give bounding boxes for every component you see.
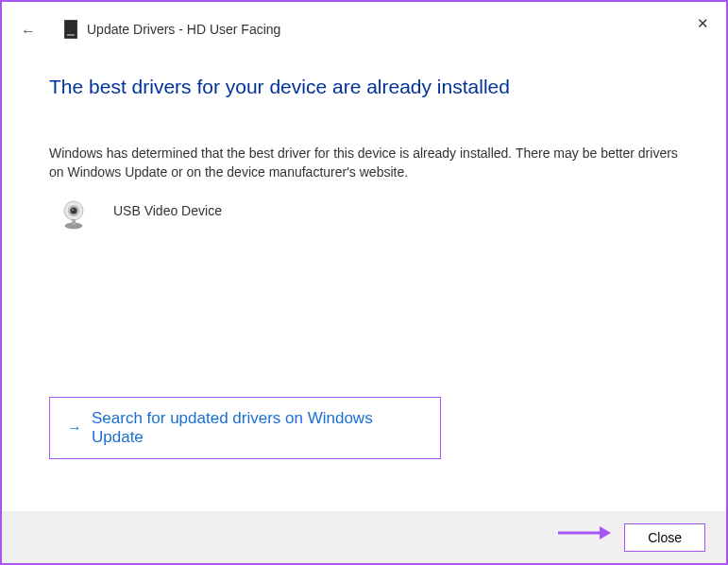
svg-point-2 <box>71 207 77 214</box>
content-area: The best drivers for your device are alr… <box>2 49 726 230</box>
annotation-arrow-icon <box>556 523 613 546</box>
webcam-icon <box>60 199 87 230</box>
arrow-right-icon: → <box>67 419 82 437</box>
footer: Close <box>2 511 726 563</box>
device-icon <box>64 20 77 39</box>
window-title: Update Drivers - HD User Facing <box>87 22 280 37</box>
device-name: USB Video Device <box>113 203 222 218</box>
titlebar: ← Update Drivers - HD User Facing ✕ <box>2 2 726 49</box>
page-heading: The best drivers for your device are alr… <box>49 76 679 98</box>
back-button[interactable]: ← <box>21 23 36 40</box>
description-text: Windows has determined that the best dri… <box>49 144 679 182</box>
search-windows-update-link[interactable]: Search for updated drivers on Windows Up… <box>92 409 423 447</box>
svg-point-3 <box>72 209 74 211</box>
svg-rect-5 <box>72 219 76 225</box>
device-row: USB Video Device <box>49 199 679 230</box>
close-button[interactable]: Close <box>624 523 705 552</box>
svg-marker-7 <box>600 526 611 539</box>
search-link-container[interactable]: → Search for updated drivers on Windows … <box>49 397 441 459</box>
close-icon[interactable]: ✕ <box>697 15 709 32</box>
